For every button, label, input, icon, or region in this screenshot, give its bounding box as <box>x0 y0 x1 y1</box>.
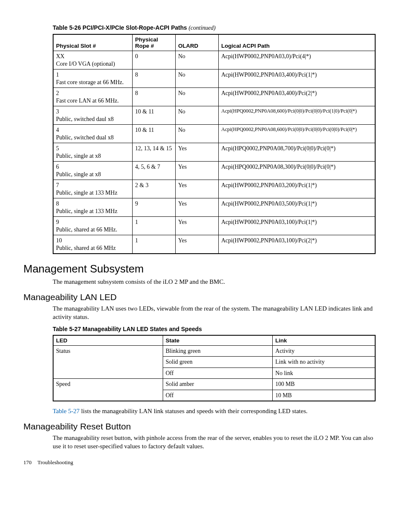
table-26: Physical Slot # Physical Rope # OLARD Lo… <box>53 34 376 254</box>
cell-physical-rope: 8 <box>133 88 176 106</box>
table-row: XXCore I/O VGA (optional)0NoAcpi(HWP0002… <box>53 51 375 69</box>
table-row: SpeedSolid amber100 MB <box>53 379 375 390</box>
table-27: LED State Link StatusBlinking greenActiv… <box>53 335 376 402</box>
col-link: Link <box>273 335 375 346</box>
table-row: 5Public, single at x812, 13, 14 & 15YesA… <box>53 143 375 162</box>
reset-body-paragraph: The manageability reset button, with pin… <box>53 434 376 451</box>
cell-physical-slot: 10Public, shared at 66 MHz <box>53 235 133 254</box>
table-row: 10Public, shared at 66 MHz1YesAcpi(HWP00… <box>53 235 375 254</box>
cell-physical-slot: 8Public, single at 133 MHz <box>53 198 133 217</box>
cell-physical-rope: 0 <box>133 51 176 69</box>
lanled-ref-paragraph: Table 5-27 lists the manageability LAN l… <box>53 407 376 416</box>
cell-physical-rope: 10 & 11 <box>133 125 176 143</box>
col-olard: OLARD <box>176 34 219 51</box>
cell-olard: No <box>176 51 219 69</box>
cell-physical-rope: 2 & 3 <box>133 180 176 198</box>
cell-olard: No <box>176 88 219 106</box>
table-header-row: Physical Slot # Physical Rope # OLARD Lo… <box>53 34 375 51</box>
cell-link: 10 MB <box>273 390 375 401</box>
cell-acpi-path: Acpi(HWP0002,PNP0A03,200)/Pci(1|*) <box>219 180 376 198</box>
cell-acpi-path: Acpi(HWP0002,PNP0A03,0)/Pci(4|*) <box>219 51 376 69</box>
cell-physical-slot: 6Public, single at x8 <box>53 162 133 180</box>
table-26-caption-prefix: Table 5-26 PCI/PCI-X/PCIe Slot-Rope-ACPI… <box>53 24 187 31</box>
cell-olard: No <box>176 69 219 88</box>
cell-physical-slot: 2Fast core LAN at 66 MHz. <box>53 88 133 106</box>
lanled-ref-text: lists the manageability LAN link statuse… <box>79 408 307 414</box>
cell-physical-rope: 12, 13, 14 & 15 <box>133 143 176 162</box>
cell-olard: Yes <box>176 217 219 235</box>
cell-acpi-path: Acpi(HWP0002,PNP0A03,500)/Pci(1|*) <box>219 198 376 217</box>
cell-acpi-path: Acpi(HPQ0002,PNP0A08,600)/Pci(0|0)/Pci(0… <box>219 125 376 143</box>
cell-olard: Yes <box>176 198 219 217</box>
table-row: 4Public, switched dual x810 & 11NoAcpi(H… <box>53 125 375 143</box>
cell-state: Off <box>163 368 272 379</box>
table-row: 8Public, single at 133 MHz9YesAcpi(HWP00… <box>53 198 375 217</box>
page-number: 170 <box>23 459 32 465</box>
cell-physical-rope: 4, 5, 6 & 7 <box>133 162 176 180</box>
table-row: 2Fast core LAN at 66 MHz.8NoAcpi(HWP0002… <box>53 88 375 106</box>
col-physical-slot: Physical Slot # <box>53 34 133 51</box>
table-26-caption: Table 5-26 PCI/PCI-X/PCIe Slot-Rope-ACPI… <box>53 24 376 31</box>
table-header-row: LED State Link <box>53 335 375 346</box>
cell-acpi-path: Acpi(HPQ0002,PNP0A08,300)/Pci(0|0)/Pci(0… <box>219 162 376 180</box>
table-row: 6Public, single at x84, 5, 6 & 7YesAcpi(… <box>53 162 375 180</box>
cell-physical-rope: 1 <box>133 217 176 235</box>
cell-link: Activity <box>273 345 375 357</box>
col-physical-rope: Physical Rope # <box>133 34 176 51</box>
table-row: 1Fast core storage at 66 MHz.8NoAcpi(HWP… <box>53 69 375 88</box>
cell-acpi-path: Acpi(HWP0002,PNP0A03,400)/Pci(2|*) <box>219 88 376 106</box>
table-row: 3Public, switched daul x810 & 11NoAcpi(H… <box>53 106 375 125</box>
cell-physical-slot: 5Public, single at x8 <box>53 143 133 162</box>
cell-physical-slot: XXCore I/O VGA (optional) <box>53 51 133 69</box>
cell-link: 100 MB <box>273 379 375 390</box>
mgmt-intro-paragraph: The management subsystem consists of the… <box>53 278 376 286</box>
cell-physical-slot: 4Public, switched dual x8 <box>53 125 133 143</box>
cell-acpi-path: Acpi(HPQ0002,PNP0A08,600)/Pci(0|0)/Pci(0… <box>219 106 376 125</box>
cell-state: Off <box>163 390 272 401</box>
cell-acpi-path: Acpi(HWP0002,PNP0A03,100)/Pci(1|*) <box>219 217 376 235</box>
cell-physical-slot: 9Public, shared at 66 MHz. <box>53 217 133 235</box>
cell-physical-rope: 10 & 11 <box>133 106 176 125</box>
cell-led: Status <box>53 345 163 379</box>
cell-physical-slot: 7Public, single at 133 MHz <box>53 180 133 198</box>
cell-acpi-path: Acpi(HWP0002,PNP0A03,100)/Pci(2|*) <box>219 235 376 254</box>
col-logical-acpi-path: Logical ACPI Path <box>219 34 376 51</box>
cell-state: Solid amber <box>163 379 272 390</box>
col-led: LED <box>53 335 163 346</box>
cell-link: No link <box>273 368 375 379</box>
cell-olard: No <box>176 106 219 125</box>
table-row: 7Public, single at 133 MHz2 & 3YesAcpi(H… <box>53 180 375 198</box>
heading-manageability-lan-led: Manageability LAN LED <box>23 292 376 302</box>
cell-state: Solid green <box>163 357 272 368</box>
cell-physical-slot: 1Fast core storage at 66 MHz. <box>53 69 133 88</box>
cell-acpi-path: Acpi(HPQ0002,PNP0A08,700)/Pci(0|0)/Pci(0… <box>219 143 376 162</box>
heading-manageability-reset-button: Manageability Reset Button <box>23 421 376 432</box>
table-row: 9Public, shared at 66 MHz.1YesAcpi(HWP00… <box>53 217 375 235</box>
col-state: State <box>163 335 272 346</box>
table-27-reference-link[interactable]: Table 5-27 <box>53 408 79 414</box>
table-27-caption: Table 5-27 Manageability LAN LED States … <box>53 326 376 332</box>
cell-link: Link with no activity <box>273 357 375 368</box>
cell-physical-rope: 1 <box>133 235 176 254</box>
cell-physical-slot: 3Public, switched daul x8 <box>53 106 133 125</box>
cell-olard: No <box>176 125 219 143</box>
cell-olard: Yes <box>176 180 219 198</box>
table-row: StatusBlinking greenActivity <box>53 345 375 357</box>
footer-section: Troubleshooting <box>38 459 73 465</box>
cell-physical-rope: 9 <box>133 198 176 217</box>
cell-physical-rope: 8 <box>133 69 176 88</box>
cell-state: Blinking green <box>163 345 272 357</box>
heading-management-subsystem: Management Subsystem <box>23 262 376 275</box>
cell-led: Speed <box>53 379 163 401</box>
table-26-caption-suffix: (continued) <box>189 25 216 31</box>
cell-olard: Yes <box>176 162 219 180</box>
cell-acpi-path: Acpi(HWP0002,PNP0A03,400)/Pci(1|*) <box>219 69 376 88</box>
cell-olard: Yes <box>176 235 219 254</box>
cell-olard: Yes <box>176 143 219 162</box>
lanled-intro-paragraph: The manageability LAN uses two LEDs, vie… <box>53 305 376 321</box>
page-footer: 170Troubleshooting <box>23 459 376 466</box>
